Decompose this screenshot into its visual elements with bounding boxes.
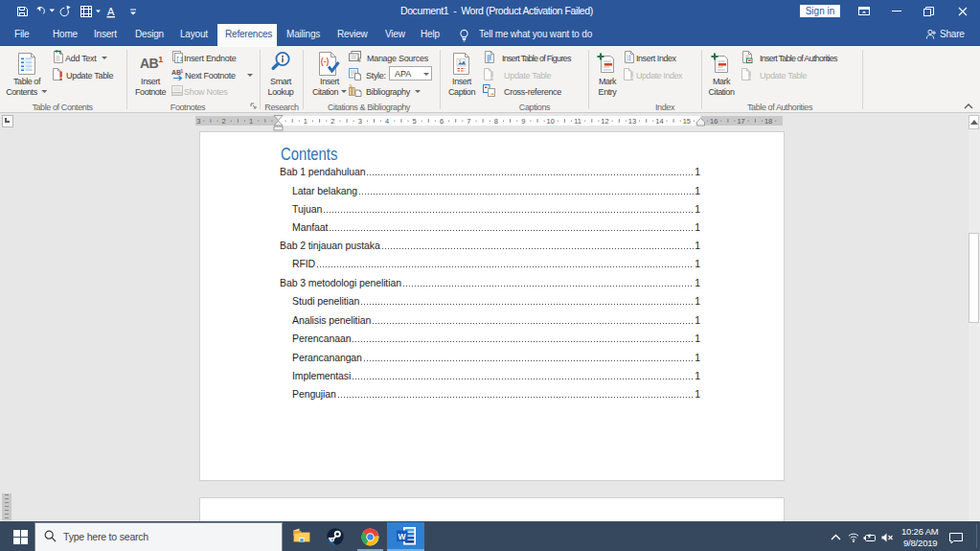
svg-text:[i]: [i] <box>176 57 185 63</box>
svg-text:18: 18 <box>764 117 772 126</box>
svg-text:2: 2 <box>330 117 334 126</box>
svg-text:6: 6 <box>440 117 444 126</box>
svg-text:A: A <box>107 6 115 17</box>
svg-text:W: W <box>399 532 407 541</box>
svg-text:(-): (-) <box>321 57 330 66</box>
svg-text:13: 13 <box>628 117 636 126</box>
svg-text:11: 11 <box>574 117 581 126</box>
svg-text:10: 10 <box>547 117 555 126</box>
svg-text:1: 1 <box>304 117 308 126</box>
svg-text:17: 17 <box>737 117 744 126</box>
svg-text:1: 1 <box>249 117 253 126</box>
svg-text:4: 4 <box>385 117 389 126</box>
svg-text:3: 3 <box>358 117 362 126</box>
svg-text:8: 8 <box>494 117 498 126</box>
svg-text:3: 3 <box>196 117 200 126</box>
svg-text:5: 5 <box>413 117 417 126</box>
svg-text:9: 9 <box>521 117 525 126</box>
svg-text:7: 7 <box>467 117 470 126</box>
svg-text:14: 14 <box>655 117 663 126</box>
svg-text:15: 15 <box>683 117 691 126</box>
svg-text:12: 12 <box>601 117 608 126</box>
svg-text:16: 16 <box>710 117 718 126</box>
svg-text:1: 1 <box>181 68 184 74</box>
svg-text:2: 2 <box>222 117 226 126</box>
